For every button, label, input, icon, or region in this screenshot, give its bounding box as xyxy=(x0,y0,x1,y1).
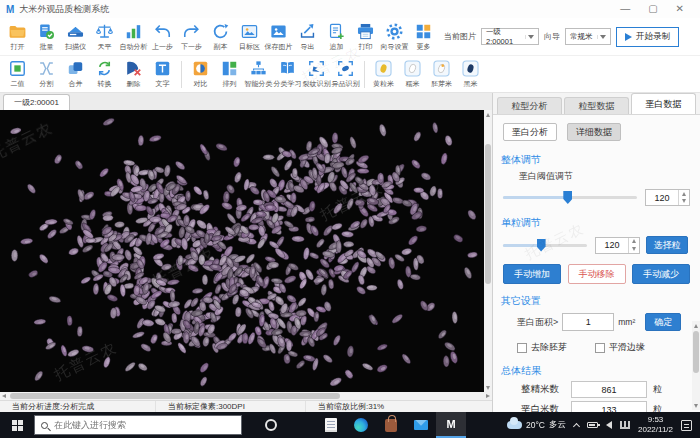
smart-classify-button[interactable]: 智能分类 xyxy=(244,57,273,91)
spinner-up-button[interactable] xyxy=(629,238,639,246)
undo-button[interactable]: 上一步 xyxy=(148,20,177,54)
whole-rice-count-input[interactable] xyxy=(571,381,647,398)
black-rice-button[interactable]: 黑米 xyxy=(456,57,485,91)
vertical-scroll-thumb[interactable] xyxy=(485,144,491,284)
print-button[interactable]: 打印 xyxy=(351,20,380,54)
mail-icon[interactable] xyxy=(406,412,436,438)
smooth-edge-checkbox[interactable]: 平滑边缘 xyxy=(595,341,645,354)
chalk-threshold-value-input[interactable] xyxy=(646,190,678,205)
single-grain-value-input[interactable] xyxy=(596,238,628,253)
append-button[interactable]: 追加 xyxy=(322,20,351,54)
yellow-rice-button[interactable]: 黄粒米 xyxy=(369,57,398,91)
single-grain-slider[interactable] xyxy=(503,244,587,247)
panel-tabs: 粒型分析粒型数据垩白数据 xyxy=(493,93,700,115)
crack-detect-button[interactable]: 裂纹识别 xyxy=(302,57,331,91)
convert-button[interactable]: 转换 xyxy=(90,57,119,91)
clock[interactable]: 9:53 2022/11/2 xyxy=(638,415,673,434)
horizontal-scrollbar[interactable] xyxy=(0,392,492,400)
spinner-down-button[interactable] xyxy=(679,198,689,206)
store-icon[interactable] xyxy=(376,412,406,438)
checkbox-icon[interactable] xyxy=(595,343,605,353)
maximize-button[interactable]: ▢ xyxy=(648,4,657,14)
start-button[interactable] xyxy=(0,412,34,438)
chalk-area-input[interactable] xyxy=(562,313,614,331)
scroll-left-arrow[interactable] xyxy=(0,392,8,400)
minimize-button[interactable]: — xyxy=(620,4,630,14)
split-icon xyxy=(37,59,56,78)
target-area-button[interactable]: 目标区 xyxy=(235,20,264,54)
auto-analyze-button[interactable]: 自动分析 xyxy=(119,20,148,54)
save-image-button[interactable]: 保存图片 xyxy=(264,20,293,54)
taskbar-search[interactable] xyxy=(34,415,242,435)
scroll-down-arrow[interactable] xyxy=(484,383,492,392)
manual-remove-button[interactable]: 手动移除 xyxy=(568,264,626,284)
balance-button[interactable]: 天平 xyxy=(90,20,119,54)
panel-scroll-down-arrow[interactable] xyxy=(692,401,700,410)
arrange-button[interactable]: 排列 xyxy=(215,57,244,91)
search-input[interactable] xyxy=(54,420,224,430)
weather-widget[interactable]: 20°C 多云 xyxy=(507,419,566,431)
auto-analyze-icon xyxy=(124,22,143,41)
toolbar-item-label: 分类学习 xyxy=(274,79,302,89)
wizard-gear-button[interactable]: 向导设置 xyxy=(380,20,409,54)
copy-button[interactable]: 副本 xyxy=(206,20,235,54)
foreign-detect-button[interactable]: 异品识别 xyxy=(331,57,360,91)
select-grain-button[interactable]: 选择粒 xyxy=(646,236,688,254)
vertical-scrollbar[interactable] xyxy=(484,110,492,392)
network-icon[interactable] xyxy=(620,421,630,429)
scanner-button[interactable]: 扫描仪 xyxy=(61,20,90,54)
remove-germ-checkbox[interactable]: 去除胚芽 xyxy=(517,341,567,354)
panel-scrollbar[interactable] xyxy=(692,321,700,410)
binary-button[interactable]: 二值 xyxy=(3,57,32,91)
close-button[interactable]: ✕ xyxy=(676,4,684,14)
start-record-button[interactable]: 开始录制 xyxy=(616,27,679,47)
edge-icon[interactable] xyxy=(346,412,376,438)
export-button[interactable]: 导出 xyxy=(293,20,322,54)
tab-grain-shape-data[interactable]: 粒型数据 xyxy=(564,97,629,114)
more-button[interactable]: 更多 xyxy=(409,20,438,54)
split-button[interactable]: 分割 xyxy=(32,57,61,91)
notepad-icon[interactable] xyxy=(316,412,346,438)
single-grain-slider-thumb[interactable] xyxy=(537,239,546,252)
task-view-icon[interactable] xyxy=(286,412,316,438)
spinner-up-button[interactable] xyxy=(679,190,689,198)
current-image-dropdown[interactable]: 一级2:00001 xyxy=(481,28,539,45)
tab-chalkiness-data[interactable]: 垩白数据 xyxy=(631,93,696,114)
manual-decrease-button[interactable]: 手动减少 xyxy=(632,264,690,284)
detail-data-button[interactable]: 详细数据 xyxy=(567,123,621,141)
action-center-icon[interactable] xyxy=(681,420,692,431)
scroll-right-arrow[interactable] xyxy=(484,392,492,400)
delete-button[interactable]: 删除 xyxy=(119,57,148,91)
spinner-down-button[interactable] xyxy=(629,245,639,253)
batch-button[interactable]: 批量 xyxy=(32,20,61,54)
redo-icon xyxy=(182,22,201,41)
horizontal-scroll-thumb[interactable] xyxy=(10,393,340,399)
chalk-threshold-slider[interactable] xyxy=(503,196,637,199)
panel-scroll-up-arrow[interactable] xyxy=(692,321,700,330)
wizard-dropdown[interactable]: 常规米 xyxy=(565,28,611,45)
battery-icon[interactable] xyxy=(587,422,598,428)
compare-button[interactable]: 对比 xyxy=(186,57,215,91)
manual-add-button[interactable]: 手动增加 xyxy=(503,264,561,284)
hidden-icons-chevron-icon[interactable] xyxy=(573,422,580,429)
cortana-icon[interactable] xyxy=(256,412,286,438)
chalk-threshold-slider-thumb[interactable] xyxy=(563,191,572,204)
glutinous-rice-button[interactable]: 糯米 xyxy=(398,57,427,91)
redo-button[interactable]: 下一步 xyxy=(177,20,206,54)
text-button[interactable]: 文字 xyxy=(148,57,177,91)
current-app-icon[interactable]: M xyxy=(436,412,466,438)
chalk-analysis-button[interactable]: 垩白分析 xyxy=(503,123,557,141)
specimen-image-area[interactable]: 托普云农托普云农托普云农托普云农托普云农 xyxy=(0,110,484,392)
scroll-up-arrow[interactable] xyxy=(484,110,492,119)
image-tab[interactable]: 一级2:00001 xyxy=(3,94,70,110)
open-button[interactable]: 打开 xyxy=(3,20,32,54)
tab-grain-shape-analysis[interactable]: 粒型分析 xyxy=(497,97,562,114)
checkbox-icon[interactable] xyxy=(517,343,527,353)
classify-learn-button[interactable]: 分类学习 xyxy=(273,57,302,91)
specimen-canvas[interactable] xyxy=(0,110,484,392)
merge-button[interactable]: 合并 xyxy=(61,57,90,91)
confirm-button[interactable]: 确定 xyxy=(645,313,681,331)
volume-icon[interactable] xyxy=(606,421,612,429)
germ-rice-button[interactable]: 胚芽米 xyxy=(427,57,456,91)
panel-scroll-thumb[interactable] xyxy=(693,331,699,373)
